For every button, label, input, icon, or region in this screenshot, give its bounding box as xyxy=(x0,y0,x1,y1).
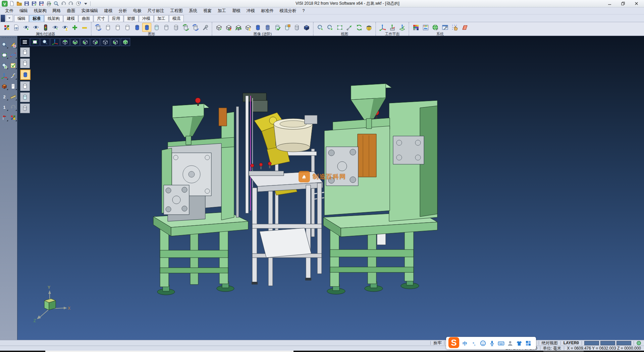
add-filter[interactable] xyxy=(70,23,79,32)
view-menu-button[interactable] xyxy=(20,38,30,46)
tab-编辑[interactable]: 编辑 xyxy=(14,15,29,22)
workplane-align[interactable] xyxy=(397,23,407,32)
mesh-style[interactable] xyxy=(171,23,180,32)
color-box-tool[interactable] xyxy=(0,82,8,90)
erase-tool[interactable]: × xyxy=(9,41,17,49)
style-shaded-edges[interactable] xyxy=(20,81,30,91)
shaded-edges-style[interactable] xyxy=(142,23,151,32)
zoom-in[interactable]: + xyxy=(316,23,325,32)
dynamic-rotate[interactable] xyxy=(355,23,364,32)
snap-settings[interactable] xyxy=(450,23,459,32)
menu-item-8[interactable]: 电极 xyxy=(130,7,145,14)
environment-settings[interactable] xyxy=(431,23,440,32)
ime-toolbox-button[interactable] xyxy=(525,340,532,347)
view-top-button[interactable] xyxy=(60,38,70,46)
menu-item-5[interactable]: 实体编辑 xyxy=(78,7,101,14)
menu-item-14[interactable]: 塑模 xyxy=(229,7,244,14)
save-as-button[interactable]: + xyxy=(31,0,37,7)
curve-edit-tool[interactable] xyxy=(9,72,17,80)
render-filter[interactable] xyxy=(224,23,233,32)
ime-emoji-button[interactable] xyxy=(479,340,487,347)
3d-viewport[interactable]: Y X Z 制造百科网 xyxy=(17,36,644,340)
redo-button[interactable] xyxy=(68,0,74,7)
menu-item-3[interactable]: 网格 xyxy=(50,7,64,14)
save-all-button[interactable]: » xyxy=(38,0,45,7)
move-axis-tool[interactable] xyxy=(0,72,8,80)
layer-color-swatch-0[interactable] xyxy=(584,341,599,345)
preview-button[interactable] xyxy=(53,0,59,7)
regen-graphics[interactable] xyxy=(94,23,103,32)
menu-item-16[interactable]: 标准件 xyxy=(258,7,277,14)
zoom-window-button[interactable] xyxy=(30,38,40,46)
update-shading[interactable] xyxy=(181,23,190,32)
advanced-shading[interactable] xyxy=(302,23,311,32)
document-visibility[interactable] xyxy=(12,23,21,32)
menu-item-6[interactable]: 建模 xyxy=(101,7,116,14)
new-file-button[interactable] xyxy=(9,0,15,7)
absolute-view-button[interactable]: 绝对视图 xyxy=(541,340,559,346)
image-settings[interactable] xyxy=(421,23,430,32)
transparent-style[interactable] xyxy=(152,23,161,32)
add-render[interactable]: + xyxy=(214,23,223,32)
flag-render[interactable] xyxy=(282,23,291,32)
visi-logo[interactable]: V xyxy=(1,0,8,7)
menu-item-17[interactable]: 模流分析 xyxy=(277,7,300,14)
menu-item-10[interactable]: 工程图 xyxy=(167,7,186,14)
flag-tool[interactable] xyxy=(0,114,8,122)
tab-尺寸[interactable]: 尺寸 xyxy=(94,15,108,22)
active-layer-label[interactable]: LAYER0 xyxy=(562,341,580,345)
style-transparent[interactable] xyxy=(20,92,30,102)
view-front-button[interactable] xyxy=(101,38,110,46)
sidebar-drag-handle[interactable] xyxy=(1,37,16,38)
ime-skin-button[interactable] xyxy=(516,340,523,347)
style-hidden-line[interactable] xyxy=(20,58,30,68)
toggle-render[interactable]: ± xyxy=(244,23,253,32)
window-settings[interactable] xyxy=(440,23,449,32)
wireframe-style[interactable] xyxy=(103,23,112,32)
tab-overflow-caret[interactable] xyxy=(6,15,13,21)
toolbar-options-caret[interactable] xyxy=(83,0,89,7)
history-button[interactable] xyxy=(75,0,82,7)
menu-item-11[interactable]: 系统 xyxy=(186,7,200,14)
lock-label[interactable]: 拴牢 xyxy=(432,340,442,346)
tab-线架构[interactable]: 线架构 xyxy=(44,15,63,22)
window-select-tool[interactable] xyxy=(0,51,8,59)
remove-filter[interactable] xyxy=(80,23,89,32)
ime-voice-button[interactable] xyxy=(488,340,496,347)
refresh-render[interactable] xyxy=(234,23,243,32)
menu-item-2[interactable]: 线架构 xyxy=(31,7,50,14)
left-injection-machine[interactable] xyxy=(153,98,248,295)
striped-render[interactable] xyxy=(263,23,272,32)
fly-zoom-tool[interactable] xyxy=(0,41,8,49)
units-label[interactable]: 单位: 毫米 xyxy=(542,346,562,351)
menu-item-12[interactable]: 视窗 xyxy=(200,7,215,14)
flat-style[interactable] xyxy=(162,23,171,32)
workplane-edit[interactable] xyxy=(388,23,397,32)
style-wireframe[interactable] xyxy=(20,47,30,57)
ime-language-button[interactable]: 中 xyxy=(461,340,469,347)
style-shaded[interactable] xyxy=(20,70,31,80)
wire-render[interactable] xyxy=(292,23,301,32)
menu-item-0[interactable]: 文件 xyxy=(2,7,16,14)
sogou-logo-icon[interactable]: S xyxy=(448,337,460,348)
zoom-extents[interactable]: × xyxy=(325,23,334,32)
menu-item-18[interactable]: ? xyxy=(300,7,308,14)
sketch-tool[interactable] xyxy=(9,51,17,59)
tab-建模[interactable]: 建模 xyxy=(63,15,78,22)
minimize-button[interactable] xyxy=(603,0,616,7)
tab-加工[interactable]: 加工 xyxy=(154,15,169,22)
shaded-style[interactable] xyxy=(132,23,142,32)
dynamic-pan[interactable] xyxy=(345,23,354,32)
zoom-window[interactable] xyxy=(335,23,344,32)
color-table[interactable] xyxy=(411,23,420,32)
view-bottom-button[interactable] xyxy=(70,38,80,46)
view-iso-button[interactable] xyxy=(121,38,130,46)
ime-keyboard-button[interactable] xyxy=(497,340,505,347)
tab-曲面[interactable]: 曲面 xyxy=(78,15,93,22)
toggle-visibility[interactable]: ± xyxy=(60,23,69,32)
refresh-visibility[interactable]: ~ xyxy=(51,23,60,32)
view-right-button[interactable] xyxy=(91,38,100,46)
dashed-style[interactable] xyxy=(123,23,132,32)
attribute-painter[interactable] xyxy=(2,23,11,32)
tab-冲模[interactable]: 冲模 xyxy=(139,15,154,22)
